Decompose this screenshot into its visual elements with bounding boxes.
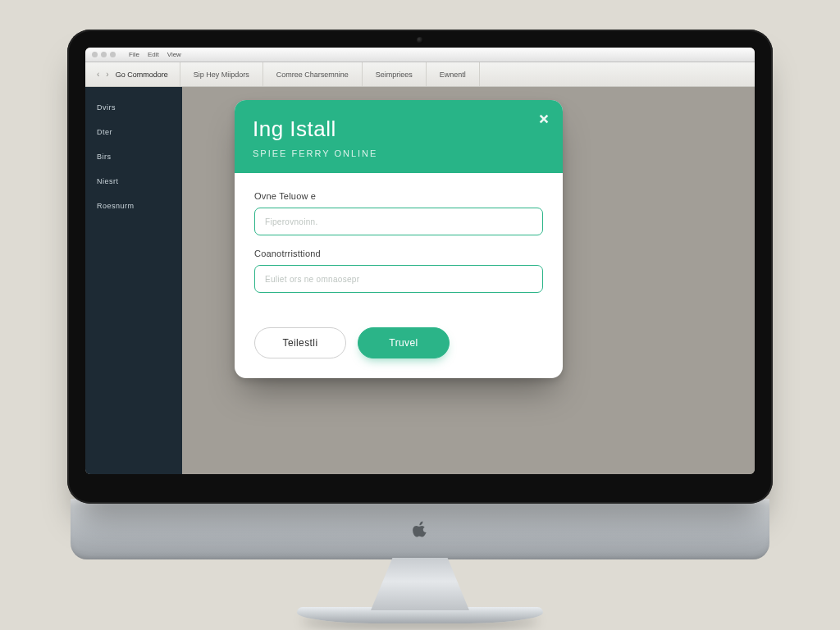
chevron-left-icon: ‹ (97, 70, 99, 79)
tab-label: Comree Charsemnine (276, 71, 349, 79)
confirmation-input[interactable] (254, 265, 543, 293)
address-label: Go Commodore (116, 71, 168, 79)
main-canvas: Ing Istall SPIEE FERRY ONLINE Ovne Teluo… (182, 87, 755, 474)
monitor-stand-neck (371, 558, 469, 610)
menubar-item[interactable]: File (129, 51, 139, 58)
tab-label: Sip Hey Miipdors (194, 71, 249, 79)
secondary-button[interactable]: Teilestli (254, 327, 346, 358)
app-tabbar: ‹ › Go Commodore Sip Hey Miipdors Comree… (85, 62, 755, 87)
tab-item[interactable]: Ewnentl (427, 62, 480, 86)
screen-bezel: File Edit View ‹ › Go Commodore Sip Hey … (67, 30, 773, 504)
sidebar-item[interactable]: Birs (85, 146, 182, 167)
tab-item[interactable]: Seimpriees (363, 62, 427, 86)
tab-item[interactable]: Sip Hey Miipdors (180, 62, 263, 86)
sidebar-item-label: Dvirs (97, 103, 116, 112)
camera-dot (417, 37, 423, 43)
modal-header: Ing Istall SPIEE FERRY ONLINE (235, 100, 563, 173)
tab-item[interactable]: Comree Charsemnine (263, 62, 363, 86)
modal-title: Ing Istall (253, 116, 545, 142)
close-button[interactable] (535, 110, 553, 128)
apple-logo-icon (412, 519, 428, 539)
sidebar-item[interactable]: Dvirs (85, 97, 182, 118)
sidebar-item-label: Birs (97, 153, 112, 161)
sidebar: Dvirs Dter Birs Niesrt Roesnurm (85, 87, 182, 474)
traffic-dot[interactable] (110, 52, 116, 57)
window-controls[interactable] (92, 52, 116, 57)
modal-actions: Teilestli Truvel (235, 322, 563, 378)
address-segment[interactable]: ‹ › Go Commodore (85, 62, 180, 86)
sidebar-item[interactable]: Niesrt (85, 171, 182, 192)
name-input[interactable] (254, 208, 543, 235)
sidebar-item-label: Dter (97, 128, 112, 136)
sidebar-item[interactable]: Dter (85, 121, 182, 143)
os-menubar: File Edit View (85, 48, 755, 62)
modal-body: Ovne Teluow e Coanotrristtiond (235, 173, 563, 322)
traffic-dot[interactable] (92, 52, 98, 57)
tab-label: Seimpriees (376, 71, 413, 79)
close-icon (538, 113, 550, 125)
sidebar-item-label: Roesnurm (97, 202, 135, 210)
install-modal: Ing Istall SPIEE FERRY ONLINE Ovne Teluo… (235, 100, 563, 378)
tab-label: Ewnentl (440, 71, 466, 79)
traffic-dot[interactable] (101, 52, 107, 57)
modal-subtitle: SPIEE FERRY ONLINE (253, 148, 545, 158)
primary-button[interactable]: Truvel (358, 327, 450, 358)
sidebar-item[interactable]: Roesnurm (85, 195, 182, 217)
menubar-item[interactable]: View (167, 51, 181, 58)
field-label: Ovne Teluow e (254, 191, 543, 201)
menubar-item[interactable]: Edit (148, 51, 159, 58)
form-field: Ovne Teluow e (254, 191, 543, 235)
modal-overlay: Ing Istall SPIEE FERRY ONLINE Ovne Teluo… (182, 87, 755, 474)
form-field: Coanotrristtiond (254, 249, 543, 293)
sidebar-item-label: Niesrt (97, 177, 119, 185)
workspace: Dvirs Dter Birs Niesrt Roesnurm (85, 87, 755, 474)
imac-frame: File Edit View ‹ › Go Commodore Sip Hey … (67, 30, 773, 623)
monitor-chin (71, 499, 769, 559)
screen: File Edit View ‹ › Go Commodore Sip Hey … (85, 48, 755, 474)
field-label: Coanotrristtiond (254, 249, 543, 258)
chevron-right-icon: › (106, 70, 108, 79)
